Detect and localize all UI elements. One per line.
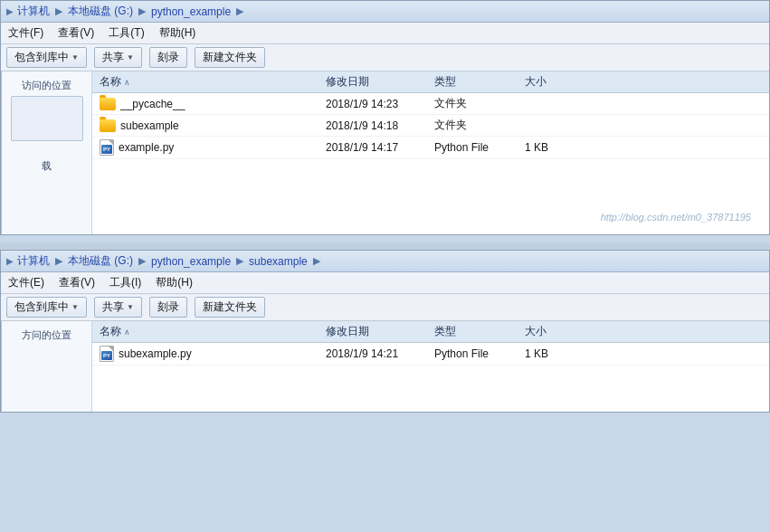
btn2-share[interactable]: 共享 ▼ bbox=[94, 297, 142, 318]
breadcrumb-sep1: ▶ bbox=[55, 5, 62, 17]
col2-name[interactable]: 名称 ∧ bbox=[100, 324, 326, 339]
breadcrumb-arrow2: ▶ bbox=[6, 256, 14, 266]
file-modified: 2018/1/9 14:18 bbox=[326, 119, 434, 132]
window2-breadcrumb: ▶ 计算机 ▶ 本地磁盘 (G:) ▶ python_example ▶ sub… bbox=[1, 251, 769, 272]
sort-icon: ∧ bbox=[124, 78, 130, 87]
left-panel-label1: 访问的位置 bbox=[5, 79, 88, 92]
table-row[interactable]: subexample 2018/1/9 14:18 文件夹 bbox=[92, 115, 769, 137]
file-name-cell: __pycache__ bbox=[100, 98, 326, 110]
python-file-icon2: PY bbox=[100, 346, 114, 362]
table-row[interactable]: __pycache__ 2018/1/9 14:23 文件夹 bbox=[92, 93, 769, 115]
breadcrumb-sep3: ▶ bbox=[236, 5, 243, 17]
menu-file[interactable]: 文件(F) bbox=[6, 24, 45, 42]
btn2-new-folder[interactable]: 新建文件夹 bbox=[195, 297, 265, 318]
menu-help[interactable]: 帮助(H) bbox=[157, 24, 198, 42]
col-name[interactable]: 名称 ∧ bbox=[100, 74, 326, 90]
btn-include-arrow: ▼ bbox=[71, 53, 79, 62]
breadcrumb2-drive[interactable]: 本地磁盘 (G:) bbox=[68, 253, 133, 269]
watermark: http://blog.csdn.net/m0_37871195 bbox=[601, 212, 751, 223]
breadcrumb2-computer[interactable]: 计算机 bbox=[17, 253, 50, 269]
breadcrumb-sep2: ▶ bbox=[138, 5, 146, 17]
python-file-icon: PY bbox=[100, 139, 114, 156]
window1-file-header: 名称 ∧ 修改日期 类型 大小 bbox=[92, 71, 769, 93]
btn2-share-arrow: ▼ bbox=[127, 303, 134, 311]
btn-share-arrow: ▼ bbox=[127, 53, 134, 62]
window2-file-header: 名称 ∧ 修改日期 类型 大小 bbox=[92, 321, 769, 343]
window2-left-panel: 方问的位置 bbox=[2, 321, 92, 412]
menu-tools[interactable]: 工具(T) bbox=[107, 24, 146, 42]
btn-include-library[interactable]: 包含到库中 ▼ bbox=[6, 47, 87, 68]
file-name-cell: PY example.py bbox=[100, 139, 326, 156]
breadcrumb2-sep2: ▶ bbox=[138, 255, 146, 267]
col2-modified[interactable]: 修改日期 bbox=[326, 324, 434, 339]
file2-size: 1 KB bbox=[525, 347, 597, 360]
btn-burn[interactable]: 刻录 bbox=[149, 47, 187, 68]
table-row[interactable]: PY example.py 2018/1/9 14:17 Python File… bbox=[92, 137, 769, 159]
file-list2-empty-area bbox=[92, 366, 769, 402]
left-panel2-label1: 方问的位置 bbox=[5, 328, 88, 342]
col2-size[interactable]: 大小 bbox=[525, 324, 597, 339]
btn2-include-library[interactable]: 包含到库中 ▼ bbox=[6, 297, 87, 318]
file-name: example.py bbox=[119, 141, 174, 154]
breadcrumb2-folder[interactable]: python_example bbox=[151, 255, 231, 268]
window2-file-area: 方问的位置 名称 ∧ 修改日期 类型 大小 bbox=[1, 321, 769, 412]
menu2-file[interactable]: 文件(E) bbox=[6, 274, 46, 291]
table-row[interactable]: PY subexample.py 2018/1/9 14:21 Python F… bbox=[92, 343, 769, 366]
window2-file-list: 名称 ∧ 修改日期 类型 大小 PY subexample.py 20 bbox=[92, 321, 769, 412]
left-panel-box bbox=[11, 96, 83, 141]
col-type[interactable]: 类型 bbox=[434, 74, 525, 90]
window2: ▶ 计算机 ▶ 本地磁盘 (G:) ▶ python_example ▶ sub… bbox=[0, 250, 770, 413]
breadcrumb2-sep3: ▶ bbox=[236, 255, 243, 267]
window1-toolbar: 包含到库中 ▼ 共享 ▼ 刻录 新建文件夹 bbox=[1, 44, 769, 71]
menu2-view[interactable]: 查看(V) bbox=[57, 274, 97, 291]
breadcrumb2-sep1: ▶ bbox=[55, 255, 62, 267]
window1: ▶ 计算机 ▶ 本地磁盘 (G:) ▶ python_example ▶ 文件(… bbox=[0, 0, 770, 235]
breadcrumb-drive[interactable]: 本地磁盘 (G:) bbox=[68, 4, 133, 19]
left-panel-label2: 载 bbox=[5, 159, 88, 173]
menu2-help[interactable]: 帮助(H) bbox=[154, 274, 195, 291]
window1-file-area: 访问的位置 载 名称 ∧ 修改日期 类型 大小 bbox=[1, 71, 769, 234]
app-container: ▶ 计算机 ▶ 本地磁盘 (G:) ▶ python_example ▶ 文件(… bbox=[0, 0, 770, 532]
btn2-burn[interactable]: 刻录 bbox=[149, 297, 187, 318]
file-modified: 2018/1/9 14:17 bbox=[326, 141, 434, 154]
folder-icon bbox=[100, 98, 116, 110]
file-type: Python File bbox=[434, 141, 525, 154]
file-list-empty-area: http://blog.csdn.net/m0_37871195 bbox=[92, 159, 769, 232]
breadcrumb2-subfolder[interactable]: subexample bbox=[249, 255, 308, 268]
menu2-tools[interactable]: 工具(I) bbox=[108, 274, 143, 291]
file-name-cell2: PY subexample.py bbox=[100, 346, 326, 362]
menu-view[interactable]: 查看(V) bbox=[56, 24, 96, 42]
file-type: 文件夹 bbox=[434, 118, 525, 133]
btn2-include-arrow: ▼ bbox=[71, 303, 79, 311]
window1-file-list: 名称 ∧ 修改日期 类型 大小 __pycache__ 2018/1/9 14:… bbox=[92, 71, 769, 234]
breadcrumb2-sep4: ▶ bbox=[313, 255, 320, 267]
folder-icon bbox=[100, 119, 116, 132]
breadcrumb-computer[interactable]: 计算机 bbox=[17, 4, 50, 19]
sort-icon2: ∧ bbox=[124, 328, 130, 337]
window1-left-panel: 访问的位置 载 bbox=[2, 71, 92, 234]
btn-new-folder[interactable]: 新建文件夹 bbox=[195, 47, 265, 68]
file-size: 1 KB bbox=[525, 141, 597, 154]
col2-type[interactable]: 类型 bbox=[434, 324, 525, 339]
breadcrumb-arrow: ▶ bbox=[6, 6, 14, 16]
windows-divider bbox=[0, 242, 770, 250]
file2-modified: 2018/1/9 14:21 bbox=[326, 347, 434, 360]
file-modified: 2018/1/9 14:23 bbox=[326, 98, 434, 110]
file-type: 文件夹 bbox=[434, 96, 525, 111]
col-modified[interactable]: 修改日期 bbox=[326, 74, 434, 90]
file-name-cell: subexample bbox=[100, 119, 326, 132]
btn-share[interactable]: 共享 ▼ bbox=[94, 47, 142, 68]
breadcrumb-folder[interactable]: python_example bbox=[151, 5, 231, 18]
file2-type: Python File bbox=[434, 347, 525, 360]
file-name2: subexample.py bbox=[119, 347, 192, 360]
file-name: subexample bbox=[120, 119, 179, 132]
col-size[interactable]: 大小 bbox=[525, 74, 597, 90]
window2-menu: 文件(E) 查看(V) 工具(I) 帮助(H) bbox=[1, 272, 769, 294]
window1-breadcrumb: ▶ 计算机 ▶ 本地磁盘 (G:) ▶ python_example ▶ bbox=[1, 1, 769, 23]
window2-toolbar: 包含到库中 ▼ 共享 ▼ 刻录 新建文件夹 bbox=[1, 294, 769, 321]
window1-menu: 文件(F) 查看(V) 工具(T) 帮助(H) bbox=[1, 23, 769, 44]
file-name: __pycache__ bbox=[120, 98, 185, 110]
